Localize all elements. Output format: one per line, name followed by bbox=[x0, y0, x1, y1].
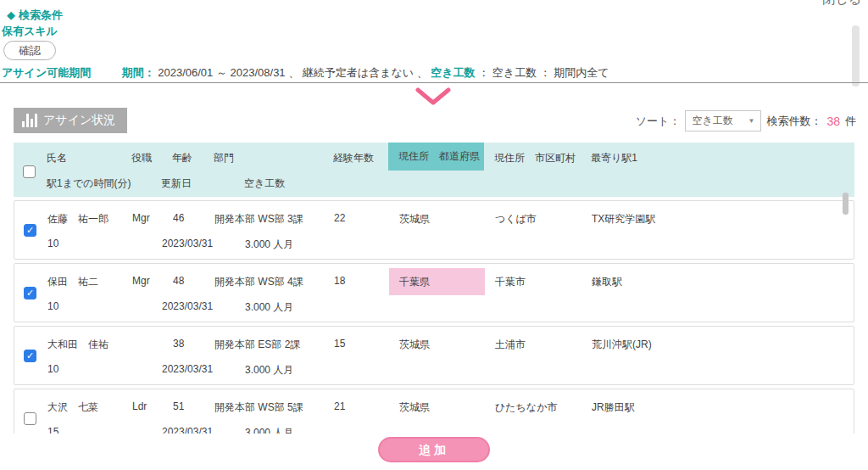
header-workload: 空き工数 bbox=[244, 176, 285, 191]
cell-age: 51 bbox=[173, 400, 184, 412]
cell-dept: 開発本部 WS部 4課 bbox=[214, 275, 303, 289]
sort-row: ソート： 空き工数 ▼ 検索件数： 38 件 bbox=[636, 110, 856, 131]
header-age: 年齢 bbox=[172, 151, 192, 165]
result-count-unit: 件 bbox=[845, 114, 856, 129]
footer-bar: 追加 bbox=[0, 434, 868, 470]
divider bbox=[0, 82, 868, 83]
table-row[interactable]: 佐藤 祐一郎 Mgr 46 開発本部 WS部 3課 22 茨城県 つくば市 TX… bbox=[14, 200, 854, 260]
cell-prefecture: 千葉県 bbox=[389, 268, 485, 295]
cell-updated: 2023/03/31 bbox=[162, 300, 213, 312]
cell-station: TX研究学園駅 bbox=[592, 212, 655, 227]
header-prefecture: 現住所 都道府県 bbox=[388, 143, 484, 171]
row-checkbox[interactable] bbox=[24, 224, 36, 237]
cell-role: Mgr bbox=[132, 275, 150, 287]
diamond-icon: ◆ bbox=[7, 8, 15, 21]
period-value: 2023/06/01 ～ 2023/08/31 、 継続予定者は含まない 、 bbox=[158, 66, 427, 79]
cell-experience: 15 bbox=[334, 338, 345, 350]
cell-role: Mgr bbox=[132, 212, 150, 224]
chevron-down-icon: ▼ bbox=[748, 117, 755, 125]
assignee-table-body: 佐藤 祐一郎 Mgr 46 開発本部 WS部 3課 22 茨城県 つくば市 TX… bbox=[14, 200, 854, 451]
cell-workload: 3.000 人月 bbox=[245, 238, 293, 252]
workload-label: 空き工数 bbox=[431, 66, 475, 79]
select-all-checkbox[interactable] bbox=[23, 165, 36, 178]
cell-workload: 3.000 人月 bbox=[245, 363, 293, 378]
cell-time-to-station: 10 bbox=[47, 363, 58, 375]
cell-name: 佐藤 祐一郎 bbox=[47, 212, 108, 227]
table-header: 氏名 役職 年齢 部門 経験年数 現住所 都道府県 現住所 市区町村 最寄り駅1… bbox=[14, 143, 854, 197]
cell-age: 46 bbox=[173, 212, 184, 224]
sort-select[interactable]: 空き工数 ▼ bbox=[685, 110, 761, 131]
header-dept: 部門 bbox=[214, 151, 234, 165]
assign-period-row: アサイン可能期間 期間： 2023/06/01 ～ 2023/08/31 、 継… bbox=[2, 65, 849, 81]
cell-updated: 2023/03/31 bbox=[162, 363, 213, 375]
cell-city: 土浦市 bbox=[495, 338, 526, 352]
cell-role: Ldr bbox=[132, 400, 147, 412]
sort-label: ソート： bbox=[636, 114, 681, 129]
assign-status-label: アサイン状況 bbox=[43, 113, 115, 128]
cell-workload: 3.000 人月 bbox=[245, 300, 293, 315]
period-label: 期間： bbox=[122, 66, 155, 79]
cell-experience: 22 bbox=[334, 212, 345, 224]
cell-dept: 開発本部 ES部 2課 bbox=[214, 338, 300, 352]
collapse-chevron-icon[interactable] bbox=[414, 87, 453, 110]
confirm-button[interactable]: 確認 bbox=[3, 41, 56, 60]
cell-age: 38 bbox=[173, 338, 184, 350]
cell-updated: 2023/03/31 bbox=[162, 238, 213, 249]
sort-selected-value: 空き工数 bbox=[692, 114, 732, 128]
cell-city: つくば市 bbox=[495, 212, 537, 227]
table-row[interactable]: 大和田 佳祐 38 開発本部 ES部 2課 15 茨城県 土浦市 荒川沖駅(JR… bbox=[14, 326, 854, 385]
header-station: 最寄り駅1 bbox=[591, 151, 637, 165]
cell-prefecture: 茨城県 bbox=[389, 205, 485, 232]
row-checkbox[interactable] bbox=[24, 287, 36, 299]
close-button[interactable]: 閉じる bbox=[822, 0, 861, 8]
row-checkbox[interactable] bbox=[24, 350, 36, 362]
skill-label: 保有スキル bbox=[2, 24, 58, 39]
cell-name: 大沢 七菜 bbox=[47, 400, 98, 415]
cell-experience: 18 bbox=[334, 275, 345, 287]
header-updated: 更新日 bbox=[161, 176, 192, 191]
cell-city: 千葉市 bbox=[495, 275, 526, 289]
header-time-to-station: 駅1までの時間(分) bbox=[47, 176, 131, 191]
cell-dept: 開発本部 WS部 3課 bbox=[214, 212, 303, 227]
cell-experience: 21 bbox=[334, 400, 345, 412]
result-count-value: 38 bbox=[826, 115, 840, 128]
result-count-label: 検索件数： bbox=[766, 114, 821, 129]
bar-chart-icon bbox=[22, 114, 37, 127]
cell-prefecture: 茨城県 bbox=[389, 331, 485, 358]
cell-station: JR勝田駅 bbox=[592, 400, 635, 415]
row-checkbox[interactable] bbox=[24, 412, 36, 425]
header-name: 氏名 bbox=[47, 151, 67, 165]
panel-scrollbar-thumb[interactable] bbox=[852, 25, 860, 87]
header-city: 現住所 市区町村 bbox=[494, 151, 576, 165]
table-row[interactable]: 保田 祐二 Mgr 48 開発本部 WS部 4課 18 千葉県 千葉市 鎌取駅 … bbox=[14, 263, 854, 322]
cell-age: 48 bbox=[173, 275, 184, 287]
header-role: 役職 bbox=[131, 151, 152, 165]
cell-station: 鎌取駅 bbox=[592, 275, 622, 289]
table-scrollbar-thumb[interactable] bbox=[843, 193, 849, 215]
header-experience: 経験年数 bbox=[333, 151, 374, 165]
cell-time-to-station: 10 bbox=[47, 238, 58, 249]
cell-prefecture: 茨城県 bbox=[389, 394, 485, 421]
cell-station: 荒川沖駅(JR) bbox=[592, 338, 652, 352]
assign-status-badge: アサイン状況 bbox=[14, 108, 127, 133]
cell-name: 保田 祐二 bbox=[47, 275, 98, 289]
add-button[interactable]: 追加 bbox=[378, 437, 490, 462]
cell-city: ひたちなか市 bbox=[495, 400, 557, 415]
assign-period-label: アサイン可能期間 bbox=[2, 65, 119, 81]
search-conditions-title: ◆検索条件 bbox=[7, 8, 63, 23]
cell-name: 大和田 佳祐 bbox=[47, 338, 108, 352]
cell-time-to-station: 10 bbox=[47, 300, 58, 312]
cell-dept: 開発本部 WS部 5課 bbox=[214, 400, 303, 415]
workload-value: ： 空き工数 ： 期間内全て bbox=[478, 66, 609, 79]
